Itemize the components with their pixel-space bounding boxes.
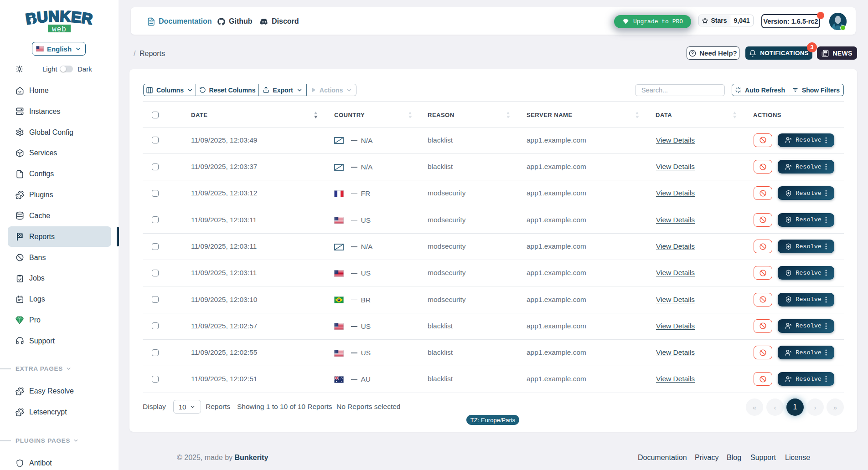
svg-text:web: web: [52, 26, 67, 34]
svg-text:BUNKER: BUNKER: [25, 8, 94, 28]
